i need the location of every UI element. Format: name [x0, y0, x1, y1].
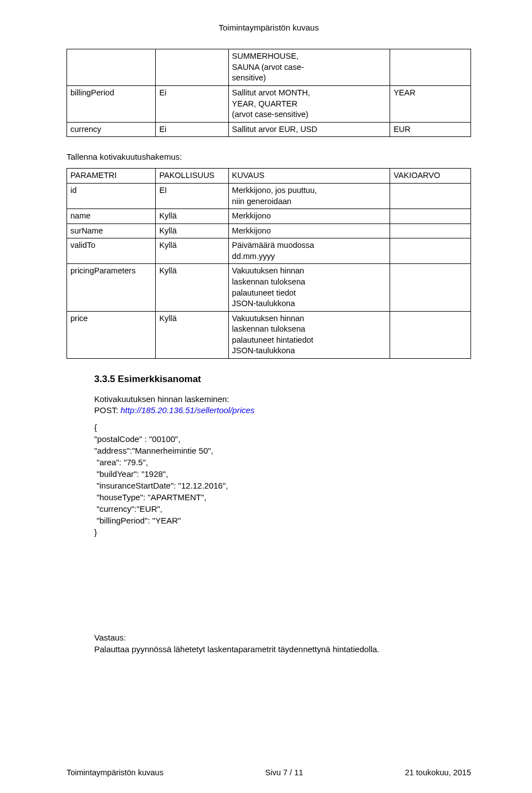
page: Toimintaympäristön kuvaus SUMMERHOUSE, S… — [0, 0, 532, 793]
page-header: Toimintaympäristön kuvaus — [66, 22, 471, 33]
cell: Sallitut arvor EUR, USD — [228, 122, 390, 137]
example-post-line: POST: http://185.20.136.51/sellertool/pr… — [94, 405, 471, 416]
header-cell: PAKOLLISUUS — [156, 169, 228, 184]
table-row: id EI Merkkijono, jos puuttuu, niin gene… — [67, 184, 471, 209]
cell — [67, 49, 156, 86]
cell: Vakuutuksen hinnan laskennan tuloksena p… — [228, 264, 390, 311]
header-cell: PARAMETRI — [67, 169, 156, 184]
cell: Merkkijono — [228, 223, 390, 238]
cell — [390, 311, 471, 358]
cell: YEAR — [390, 85, 471, 122]
example-intro: Kotivakuutuksen hinnan laskeminen: — [94, 394, 471, 405]
cell: Päivämäärä muodossa dd.mm.yyyy — [228, 238, 390, 264]
table-row: pricingParameters Kyllä Vakuutuksen hinn… — [67, 264, 471, 311]
cell: Vakuutuksen hinnan laskennan tuloksena p… — [228, 311, 390, 358]
example-url: http://185.20.136.51/sellertool/prices — [121, 405, 255, 415]
cell — [390, 264, 471, 311]
table-row: name Kyllä Merkkijono — [67, 209, 471, 224]
json-line: "postalCode" : "00100", — [94, 433, 471, 445]
cell: name — [67, 209, 156, 224]
cell: Merkkijono — [228, 209, 390, 224]
footer-center: Sivu 7 / 11 — [265, 767, 304, 779]
table-row: surName Kyllä Merkkijono — [67, 223, 471, 238]
json-line: "address":"Mannerheimintie 50", — [94, 445, 471, 456]
footer-left: Toimintaympäristön kuvaus — [66, 767, 163, 779]
answer-text: Palauttaa pyynnössä lähetetyt laskentapa… — [94, 644, 471, 655]
cell: EI — [156, 184, 228, 209]
table-row: price Kyllä Vakuutuksen hinnan laskennan… — [67, 311, 471, 358]
json-line: "currency":"EUR", — [94, 503, 471, 515]
cell: Kyllä — [156, 223, 228, 238]
cell — [390, 209, 471, 224]
cell: Kyllä — [156, 209, 228, 224]
example-heading: 3.3.5 Esimerkkisanomat — [94, 373, 471, 386]
cell: SUMMERHOUSE, SAUNA (arvot case- sensitiv… — [228, 49, 390, 86]
json-line: "buildYear": "1928", — [94, 468, 471, 480]
table-row: SUMMERHOUSE, SAUNA (arvot case- sensitiv… — [67, 49, 471, 86]
cell: Kyllä — [156, 264, 228, 311]
json-line: } — [94, 526, 471, 538]
cell: Kyllä — [156, 311, 228, 358]
json-line: "area": "79.5", — [94, 456, 471, 468]
cell: currency — [67, 122, 156, 137]
cell: Kyllä — [156, 238, 228, 264]
table-row: validTo Kyllä Päivämäärä muodossa dd.mm.… — [67, 238, 471, 264]
cell: Ei — [156, 85, 228, 122]
cell — [390, 184, 471, 209]
json-line: { — [94, 421, 471, 433]
cell — [390, 49, 471, 86]
table-2: PARAMETRI PAKOLLISUUS KUVAUS VAKIOARVO i… — [66, 168, 471, 358]
json-line: "insuranceStartDate": "12.12.2016", — [94, 480, 471, 491]
table-row: currency Ei Sallitut arvor EUR, USD EUR — [67, 122, 471, 137]
answer-label: Vastaus: — [94, 632, 471, 643]
cell: Ei — [156, 122, 228, 137]
header-title: Toimintaympäristön kuvaus — [219, 23, 319, 32]
header-cell: VAKIOARVO — [390, 169, 471, 184]
cell: pricingParameters — [67, 264, 156, 311]
post-label: POST: — [94, 405, 121, 415]
json-line: "houseType": "APARTMENT", — [94, 491, 471, 503]
header-cell: KUVAUS — [228, 169, 390, 184]
footer: Toimintaympäristön kuvaus Sivu 7 / 11 21… — [66, 767, 471, 779]
table-1: SUMMERHOUSE, SAUNA (arvot case- sensitiv… — [66, 49, 471, 137]
cell: id — [67, 184, 156, 209]
cell — [390, 238, 471, 264]
cell: validTo — [67, 238, 156, 264]
section-2-label: Tallenna kotivakuutushakemus: — [66, 151, 471, 162]
cell: Sallitut arvot MONTH, YEAR, QUARTER (arv… — [228, 85, 390, 122]
json-line: "billingPeriod": "YEAR" — [94, 515, 471, 526]
json-block: { "postalCode" : "00100", "address":"Man… — [94, 421, 471, 538]
cell — [390, 223, 471, 238]
cell: surName — [67, 223, 156, 238]
table-header-row: PARAMETRI PAKOLLISUUS KUVAUS VAKIOARVO — [67, 169, 471, 184]
example-section: 3.3.5 Esimerkkisanomat Kotivakuutuksen h… — [94, 373, 471, 538]
footer-right: 21 toukokuu, 2015 — [405, 767, 471, 779]
answer-block: Vastaus: Palauttaa pyynnössä lähetetyt l… — [94, 632, 471, 655]
table-row: billingPeriod Ei Sallitut arvot MONTH, Y… — [67, 85, 471, 122]
cell — [156, 49, 228, 86]
cell: EUR — [390, 122, 471, 137]
cell: billingPeriod — [67, 85, 156, 122]
cell: Merkkijono, jos puuttuu, niin generoidaa… — [228, 184, 390, 209]
cell: price — [67, 311, 156, 358]
